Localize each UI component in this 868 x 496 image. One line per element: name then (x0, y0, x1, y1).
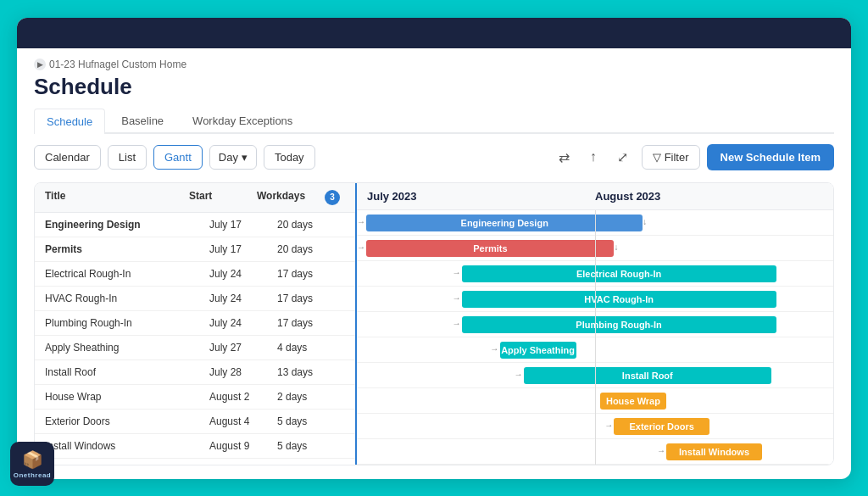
connector-arrow-right: ↓ (614, 242, 618, 252)
table-row[interactable]: Electrical Rough-In July 24 17 days (35, 262, 355, 287)
tab-workday-exceptions[interactable]: Workday Exceptions (180, 109, 305, 132)
chart-row: →Exterior Doors (357, 414, 833, 439)
logo-icon: 📦 (22, 449, 43, 470)
month-july: July 2023 (367, 190, 595, 203)
table-row[interactable]: HVAC Rough-In July 24 17 days (35, 287, 355, 311)
row-start: July 24 (209, 317, 277, 329)
chart-section: July 2023 August 2023 →Engineering Desig… (357, 183, 833, 465)
row-workdays: 20 days (277, 219, 345, 231)
row-workdays: 13 days (277, 366, 345, 378)
row-start: July 17 (209, 219, 277, 231)
top-bar (17, 18, 851, 48)
connector-arrow-left: → (357, 217, 365, 226)
connector-arrow-left: → (490, 344, 498, 354)
breadcrumb-text: 01-23 Hufnagel Custom Home (49, 59, 186, 70)
day-select[interactable]: Day ▾ (209, 145, 257, 170)
table-row[interactable]: Plumbing Rough-In July 24 17 days (35, 311, 355, 336)
chart-header: July 2023 August 2023 (357, 183, 833, 210)
share-icon[interactable]: ↑ (583, 144, 604, 170)
table-row[interactable]: Apply Sheathing July 27 4 days (35, 336, 355, 360)
tab-row: Schedule Baseline Workday Exceptions (34, 109, 834, 134)
row-workdays: 20 days (277, 243, 345, 255)
row-start: August 2 (209, 391, 277, 403)
row-start: July 24 (209, 293, 277, 304)
table-row[interactable]: House Wrap August 2 2 days (35, 385, 355, 410)
row-workdays: 17 days (277, 293, 345, 304)
gantt-bar[interactable]: Electrical Rough-In (462, 265, 776, 282)
gantt-bar[interactable]: Permits (366, 240, 614, 257)
gantt-bar[interactable]: Install Windows (666, 443, 761, 460)
connector-arrow-left: → (514, 370, 522, 379)
today-button[interactable]: Today (264, 145, 315, 170)
col-badge: 3 (325, 190, 340, 205)
filter-icon: ▽ (653, 151, 661, 164)
logo-text: Onethread (17, 471, 51, 479)
table-row[interactable]: Install Roof July 28 13 days (35, 360, 355, 385)
table-row[interactable]: Permits July 17 20 days (35, 237, 355, 262)
chart-row: →HVAC Rough-In (357, 287, 833, 312)
col-workdays: Workdays (257, 190, 325, 205)
connector-arrow-left: → (657, 446, 665, 455)
table-row[interactable]: Engineering Design July 17 20 days (35, 213, 355, 237)
settings-icon[interactable]: ⇄ (552, 144, 576, 170)
chart-row: →Engineering Design↓ (357, 210, 833, 236)
connector-arrow-left: → (357, 242, 365, 252)
app-container: ▶ 01-23 Hufnagel Custom Home Schedule Sc… (17, 18, 851, 479)
row-start: July 24 (209, 268, 277, 280)
row-workdays: 2 days (277, 391, 345, 403)
row-title: Electrical Rough-In (45, 268, 209, 280)
connector-arrow-left: → (604, 421, 613, 430)
gantt-bar[interactable]: House Wrap (600, 393, 667, 410)
table-header: Title Start Workdays 3 (35, 183, 355, 213)
view-list-button[interactable]: List (108, 145, 147, 170)
connector-arrow-left: → (452, 293, 460, 303)
gantt-bar[interactable]: HVAC Rough-In (462, 291, 776, 308)
breadcrumb-arrow[interactable]: ▶ (34, 59, 46, 70)
row-start: July 17 (209, 243, 277, 255)
table-row[interactable]: Exterior Doors August 4 5 days (35, 410, 355, 434)
row-start: July 28 (209, 366, 277, 378)
view-gantt-button[interactable]: Gantt (153, 145, 203, 170)
row-workdays: 5 days (277, 415, 345, 427)
gantt-bar[interactable]: Exterior Doors (614, 418, 709, 435)
table-body: Engineering Design July 17 20 days Permi… (35, 213, 355, 459)
row-title: HVAC Rough-In (45, 293, 209, 304)
gantt-bar[interactable]: Plumbing Rough-In (462, 316, 776, 333)
chart-row: →Install Windows (357, 439, 833, 465)
row-start: August 9 (209, 440, 277, 452)
page-title: Schedule (34, 74, 834, 100)
table-section: Title Start Workdays 3 Engineering Desig… (35, 183, 357, 465)
chart-row: →Install Roof (357, 363, 833, 388)
row-workdays: 5 days (277, 440, 345, 452)
row-title: Permits (45, 243, 209, 255)
col-start: Start (189, 190, 257, 205)
chart-body: →Engineering Design↓→Permits↓→Electrical… (357, 210, 833, 465)
filter-button[interactable]: ▽ Filter (642, 145, 700, 170)
main-content: ▶ 01-23 Hufnagel Custom Home Schedule Sc… (17, 48, 851, 479)
connector-arrow-right: ↓ (643, 217, 647, 226)
row-workdays: 4 days (277, 342, 345, 354)
tab-baseline[interactable]: Baseline (108, 109, 176, 132)
gantt-bar[interactable]: Engineering Design (366, 215, 643, 231)
tab-schedule[interactable]: Schedule (34, 109, 105, 134)
logo-badge: 📦 Onethread (17, 442, 54, 479)
chart-row: →Permits↓ (357, 236, 833, 261)
chevron-down-icon: ▾ (242, 151, 248, 164)
day-select-label: Day (219, 151, 238, 164)
row-title: Exterior Doors (45, 415, 209, 427)
chart-row: →Apply Sheathing (357, 337, 833, 363)
gantt-bar[interactable]: Apply Sheathing (500, 342, 576, 359)
table-row[interactable]: Install Windows August 9 5 days (35, 434, 355, 459)
row-title: House Wrap (45, 391, 209, 403)
chart-row: →Plumbing Rough-In (357, 312, 833, 337)
breadcrumb: ▶ 01-23 Hufnagel Custom Home (34, 59, 834, 70)
gantt-area: Title Start Workdays 3 Engineering Desig… (34, 182, 834, 465)
expand-icon[interactable]: ⤢ (610, 144, 635, 170)
view-calendar-button[interactable]: Calendar (34, 145, 101, 170)
row-title: Install Roof (45, 366, 209, 378)
new-schedule-item-button[interactable]: New Schedule Item (707, 144, 834, 170)
month-august: August 2023 (595, 190, 823, 203)
connector-arrow-left: → (452, 319, 460, 328)
gantt-bar[interactable]: Install Roof (524, 367, 771, 384)
row-workdays: 17 days (277, 268, 345, 280)
